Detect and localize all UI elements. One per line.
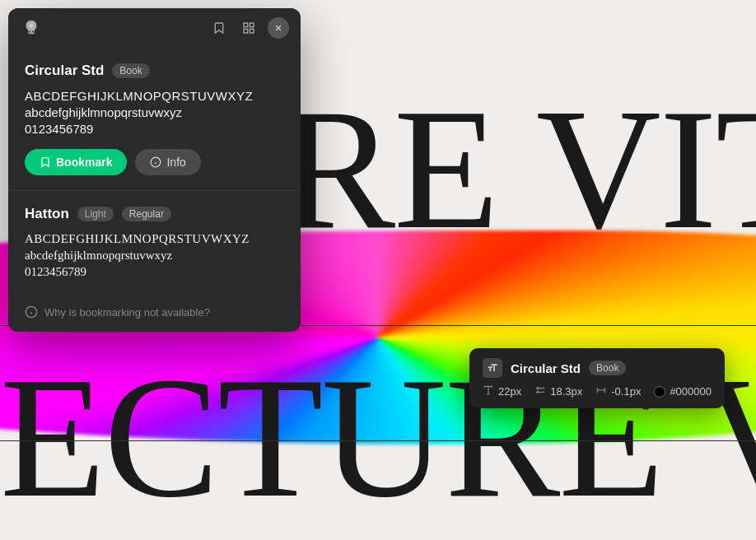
tooltip-line-height-value: 18.3px xyxy=(550,385,582,398)
font-name-row-circular: Circular Std Book xyxy=(25,63,284,79)
settings-action-btn[interactable] xyxy=(238,17,259,39)
svg-rect-4 xyxy=(250,29,254,33)
letter-spacing-icon xyxy=(595,384,607,398)
notice-text: Why is bookmarking not available? xyxy=(44,306,210,319)
hatton-light-badge: Light xyxy=(77,207,114,221)
bookmark-icon xyxy=(40,156,51,168)
tooltip-line-height-metric: 18.3px xyxy=(534,384,582,398)
tooltip-font-size-value: 22px xyxy=(498,385,521,398)
circular-preview-nums: 0123456789 xyxy=(25,122,284,136)
svg-point-0 xyxy=(29,24,34,29)
hatton-preview-lower: abcdefghijklmnopqrstuvwxyz xyxy=(25,249,284,263)
bookmark-notice: Why is bookmarking not available? xyxy=(8,296,301,332)
divider-bottom xyxy=(0,440,756,441)
line-height-svg-icon xyxy=(534,384,546,396)
tooltip-font-name: Circular Std xyxy=(511,361,581,375)
circular-preview-upper: ABCDEFGHIJKLMNOPQRSTUVWXYZ xyxy=(25,89,284,103)
tooltip-letter-spacing-metric: -0.1px xyxy=(595,384,641,398)
hatton-preview-nums: 0123456789 xyxy=(25,265,284,279)
font-name-row-hatton: Hatton Light Regular xyxy=(25,206,284,222)
font-panel: Circular Std Book ABCDEFGHIJKLMNOPQRSTUV… xyxy=(8,8,301,332)
svg-rect-1 xyxy=(244,23,248,27)
notice-info-icon xyxy=(25,305,38,319)
line-height-icon xyxy=(534,384,546,398)
close-button[interactable] xyxy=(268,17,289,39)
bookmark-action-btn[interactable] xyxy=(208,17,230,39)
font-size-svg-icon xyxy=(483,384,494,396)
svg-rect-3 xyxy=(244,29,248,33)
panel-header xyxy=(8,8,301,48)
fontanello-logo-icon xyxy=(22,19,40,37)
tooltip-color-metric: #000000 xyxy=(654,385,712,398)
letter-spacing-svg-icon xyxy=(595,384,607,396)
font-buttons-row: Bookmark Info xyxy=(25,149,284,175)
panel-actions xyxy=(208,17,289,39)
hatton-preview-upper: ABCDEFGHIJKLMNOPQRSTUVWXYZ xyxy=(25,232,284,246)
panel-logo xyxy=(20,16,43,40)
font-section-hatton: Hatton Light Regular ABCDEFGHIJKLMNOPQRS… xyxy=(8,191,301,296)
color-dot xyxy=(654,386,665,398)
tooltip-style-badge: Book xyxy=(589,361,626,375)
svg-rect-2 xyxy=(250,23,254,27)
circular-preview-lower: abcdefghijklmnopqrstuvwxyz xyxy=(25,105,284,119)
font-size-icon xyxy=(483,384,494,398)
tooltip-metrics: 22px 18.3px -0.1px #000000 xyxy=(483,384,712,398)
font-section-circular: Circular Std Book ABCDEFGHIJKLMNOPQRSTUV… xyxy=(8,48,301,191)
tooltip-header: Circular Std Book xyxy=(483,358,712,378)
hatton-font-name: Hatton xyxy=(25,206,69,222)
info-icon xyxy=(150,156,161,168)
hatton-preview: ABCDEFGHIJKLMNOPQRSTUVWXYZ abcdefghijklm… xyxy=(25,232,284,279)
tooltip-letter-spacing-value: -0.1px xyxy=(611,385,641,398)
tooltip-font-size-metric: 22px xyxy=(483,384,521,398)
tooltip-font-icon xyxy=(483,358,502,378)
info-button[interactable]: Info xyxy=(135,149,200,175)
font-tooltip: Circular Std Book 22px 18.3px xyxy=(469,348,725,408)
circular-font-name: Circular Std xyxy=(25,63,104,79)
tooltip-color-value: #000000 xyxy=(670,385,712,398)
hatton-regular-badge: Regular xyxy=(122,207,171,221)
tooltip-font-icon-svg xyxy=(487,362,498,374)
bookmark-button[interactable]: Bookmark xyxy=(25,149,127,175)
circular-font-style-badge: Book xyxy=(112,63,149,78)
